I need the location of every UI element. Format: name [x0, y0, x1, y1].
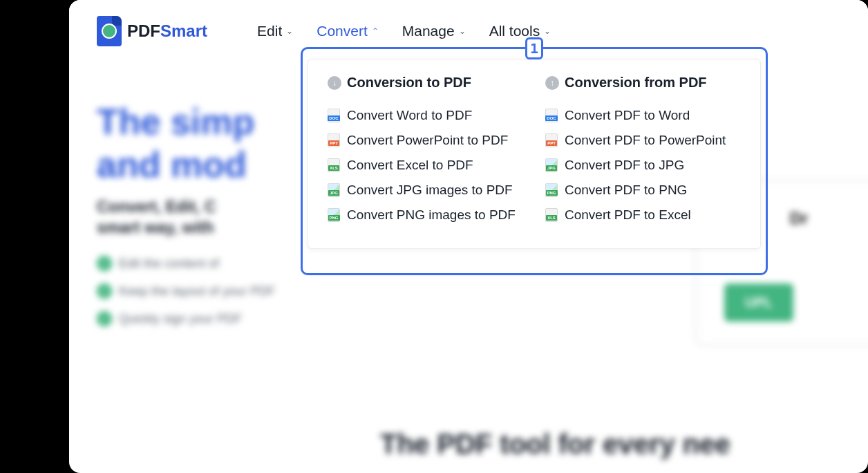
section-heading: The PDF tool for every nee — [380, 429, 730, 460]
menu-png-to-pdf[interactable]: PNG Convert PNG images to PDF — [328, 203, 523, 228]
logo-text-suffix: Smart — [160, 21, 207, 40]
chevron-down-icon: ⌄ — [286, 26, 293, 36]
xls-icon: XLS — [328, 158, 340, 172]
feature-item: ✓ Edit the content of — [97, 256, 219, 271]
png-icon: PNG — [545, 183, 558, 197]
menu-pdf-to-jpg[interactable]: JPG Convert PDF to JPG — [545, 153, 741, 178]
menu-ppt-to-pdf[interactable]: PPT Convert PowerPoint to PDF — [328, 128, 523, 153]
menu-jpg-to-pdf[interactable]: JPG Convert JPG images to PDF — [328, 178, 523, 203]
check-icon: ✓ — [97, 284, 112, 299]
menu-pdf-to-ppt[interactable]: PPT Convert PDF to PowerPoint — [545, 128, 741, 153]
dropdown-column-from-pdf: ↑ Conversion from PDF DOC Convert PDF to… — [534, 75, 752, 228]
arrow-down-icon: ↓ — [328, 76, 341, 90]
jpg-icon: JPG — [545, 158, 558, 172]
feature-item: ✓ Quickly sign your PDF — [97, 311, 242, 326]
menu-pdf-to-png[interactable]: PNG Convert PDF to PNG — [545, 178, 741, 203]
check-icon: ✓ — [97, 311, 112, 326]
ppt-icon: PPT — [545, 133, 558, 147]
chevron-down-icon: ⌄ — [459, 26, 466, 36]
header-bar: PDFSmart Edit ⌄ Convert ⌃ Manage ⌄ All t… — [69, 0, 868, 62]
check-icon: ✓ — [97, 256, 112, 271]
arrow-up-icon: ↑ — [545, 76, 559, 90]
chevron-up-icon: ⌃ — [372, 26, 379, 36]
menu-word-to-pdf[interactable]: DOC Convert Word to PDF — [328, 103, 523, 128]
hero-headline: The simp and mod — [97, 100, 254, 187]
logo-text-prefix: PDF — [127, 21, 160, 40]
jpg-icon: JPG — [328, 183, 340, 197]
hero-subheadline: Convert, Edit, C smart way, with — [97, 197, 216, 239]
main-nav: Edit ⌄ Convert ⌃ Manage ⌄ All tools ⌄ — [257, 23, 551, 39]
menu-pdf-to-word[interactable]: DOC Convert PDF to Word — [545, 103, 741, 128]
column-heading-to-pdf: ↓ Conversion to PDF — [328, 75, 523, 91]
menu-excel-to-pdf[interactable]: XLS Convert Excel to PDF — [328, 153, 523, 178]
doc-icon: DOC — [328, 109, 340, 122]
nav-manage[interactable]: Manage ⌄ — [402, 23, 466, 39]
doc-icon: DOC — [545, 109, 558, 122]
chevron-down-icon: ⌄ — [544, 26, 551, 36]
ppt-icon: PPT — [328, 133, 340, 147]
convert-dropdown: ↓ Conversion to PDF DOC Convert Word to … — [308, 59, 761, 249]
column-heading-from-pdf: ↑ Conversion from PDF — [545, 75, 741, 91]
nav-convert[interactable]: Convert ⌃ — [317, 23, 379, 39]
nav-all-tools[interactable]: All tools ⌄ — [489, 23, 551, 39]
app-window: The simp and mod Convert, Edit, C smart … — [69, 0, 868, 473]
logo[interactable]: PDFSmart — [97, 16, 207, 46]
nav-edit[interactable]: Edit ⌄ — [257, 23, 293, 39]
feature-item: ✓ Keep the layout of your PDF — [97, 284, 275, 299]
upload-button[interactable]: UPL — [724, 284, 793, 322]
annotation-number-badge: 1 — [525, 37, 543, 59]
logo-icon — [97, 16, 122, 46]
menu-pdf-to-excel[interactable]: XLS Convert PDF to Excel — [545, 203, 741, 228]
dropdown-column-to-pdf: ↓ Conversion to PDF DOC Convert Word to … — [317, 75, 534, 228]
xls-icon: XLS — [545, 208, 558, 222]
png-icon: PNG — [328, 208, 340, 222]
